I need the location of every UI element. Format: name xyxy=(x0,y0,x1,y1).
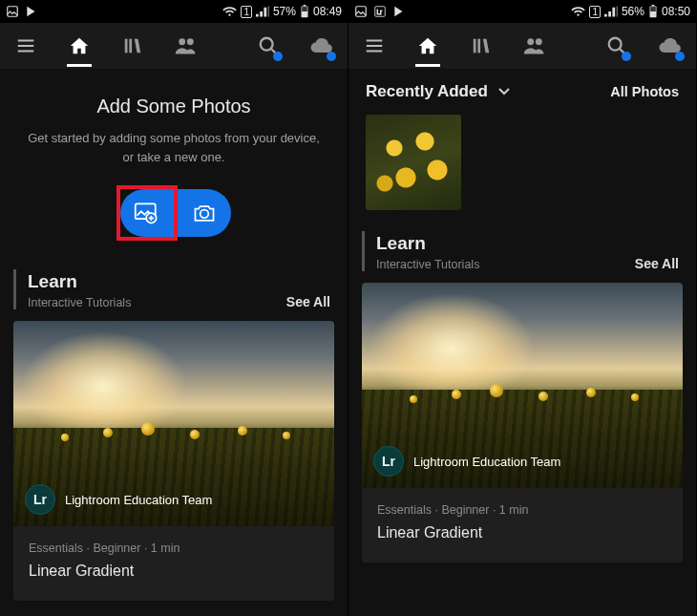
tutorial-thumbnail: Lr Lightroom Education Team xyxy=(362,283,683,488)
svg-rect-17 xyxy=(650,7,656,11)
author-badge: Lr xyxy=(373,446,404,477)
svg-point-20 xyxy=(527,38,534,45)
learn-accent-bar xyxy=(13,269,16,309)
tutorial-thumbnail: Lr Lightroom Education Team xyxy=(13,321,334,526)
image-icon xyxy=(354,5,368,18)
screen-right: Lr 1 56% 08:50 xyxy=(348,0,697,616)
learn-header: Learn Interactive Tutorials See All xyxy=(0,258,348,321)
sim-icon: 1 xyxy=(241,6,252,18)
svg-point-21 xyxy=(536,38,542,45)
svg-point-22 xyxy=(609,38,622,51)
svg-rect-12 xyxy=(356,7,367,17)
learn-subtitle: Interactive Tutorials xyxy=(28,296,286,309)
clock-label: 08:50 xyxy=(662,5,690,18)
all-photos-link[interactable]: All Photos xyxy=(610,84,679,99)
content: Add Some Photos Get started by adding so… xyxy=(0,69,348,616)
svg-rect-3 xyxy=(302,7,307,11)
recent-dropdown[interactable]: Recently Added xyxy=(366,82,511,101)
tutorial-meta: Essentials · Beginner · 1 min xyxy=(29,542,319,555)
tab-home[interactable] xyxy=(67,23,92,69)
cloud-button[interactable] xyxy=(658,23,683,69)
battery-label: 56% xyxy=(622,5,644,18)
tutorial-card[interactable]: Lr Lightroom Education Team Essentials ·… xyxy=(362,283,683,563)
lr-icon: Lr xyxy=(373,5,387,18)
learn-subtitle: Interactive Tutorials xyxy=(376,258,635,271)
search-button[interactable] xyxy=(604,23,629,69)
svg-text:Lr: Lr xyxy=(377,9,384,15)
svg-point-8 xyxy=(261,38,273,51)
top-nav xyxy=(348,23,696,69)
learn-title: Learn xyxy=(376,233,635,254)
svg-point-11 xyxy=(201,210,209,219)
recent-header: Recently Added All Photos xyxy=(348,69,696,111)
svg-rect-4 xyxy=(125,39,128,53)
learn-title: Learn xyxy=(28,271,286,292)
tab-library[interactable] xyxy=(120,23,145,69)
chevron-down-icon xyxy=(497,87,511,96)
svg-point-7 xyxy=(187,38,194,45)
tab-library[interactable] xyxy=(469,23,494,69)
battery-label: 57% xyxy=(273,5,296,18)
battery-icon xyxy=(300,5,309,18)
menu-button[interactable] xyxy=(13,23,38,69)
search-button[interactable] xyxy=(256,23,281,69)
recent-label: Recently Added xyxy=(366,82,488,101)
capture-photo-button[interactable] xyxy=(178,189,231,237)
status-bar: Lr 1 56% 08:50 xyxy=(348,0,696,23)
cloud-button[interactable] xyxy=(309,23,334,69)
tab-shared[interactable] xyxy=(522,23,547,69)
svg-rect-5 xyxy=(129,39,132,53)
add-photos-section: Add Some Photos Get started by adding so… xyxy=(0,69,348,258)
add-photos-title: Add Some Photos xyxy=(19,96,328,117)
signal-icon xyxy=(256,6,269,17)
tutorial-title: Linear Gradient xyxy=(29,563,319,580)
tutorial-card[interactable]: Lr Lightroom Education Team Essentials ·… xyxy=(13,321,334,601)
author-name: Lightroom Education Team xyxy=(65,493,212,507)
learn-accent-bar xyxy=(362,231,365,271)
learn-header: Learn Interactive Tutorials See All xyxy=(348,220,696,283)
add-photos-desc: Get started by adding some photos from y… xyxy=(19,129,328,166)
tutorial-title: Linear Gradient xyxy=(377,524,667,542)
play-store-icon xyxy=(392,5,406,18)
menu-button[interactable] xyxy=(362,23,387,69)
wifi-icon xyxy=(222,6,237,17)
tab-home[interactable] xyxy=(415,23,440,69)
photo-thumbnail[interactable] xyxy=(366,115,461,210)
status-bar: 1 57% 08:49 xyxy=(0,0,348,23)
svg-rect-0 xyxy=(8,7,18,17)
tutorial-meta: Essentials · Beginner · 1 min xyxy=(377,503,667,517)
svg-rect-16 xyxy=(652,5,655,6)
content: Recently Added All Photos Learn Interact… xyxy=(348,69,696,616)
highlight-box xyxy=(116,185,178,241)
author-badge: Lr xyxy=(25,484,55,515)
add-from-device-button[interactable] xyxy=(120,189,174,237)
author-name: Lightroom Education Team xyxy=(413,455,560,469)
screen-left: 1 57% 08:49 xyxy=(0,0,348,616)
svg-rect-19 xyxy=(477,39,480,53)
image-icon xyxy=(6,5,19,18)
see-all-link[interactable]: See All xyxy=(286,294,330,309)
signal-icon xyxy=(604,6,618,17)
svg-rect-18 xyxy=(474,39,476,53)
clock-label: 08:49 xyxy=(313,5,342,18)
wifi-icon xyxy=(571,6,585,17)
svg-point-6 xyxy=(179,38,185,45)
sim-icon: 1 xyxy=(589,6,601,18)
svg-rect-2 xyxy=(304,5,306,6)
tab-shared[interactable] xyxy=(174,23,199,69)
top-nav xyxy=(0,23,348,69)
see-all-link[interactable]: See All xyxy=(635,256,679,271)
battery-icon xyxy=(648,5,658,18)
play-store-icon xyxy=(25,5,38,18)
